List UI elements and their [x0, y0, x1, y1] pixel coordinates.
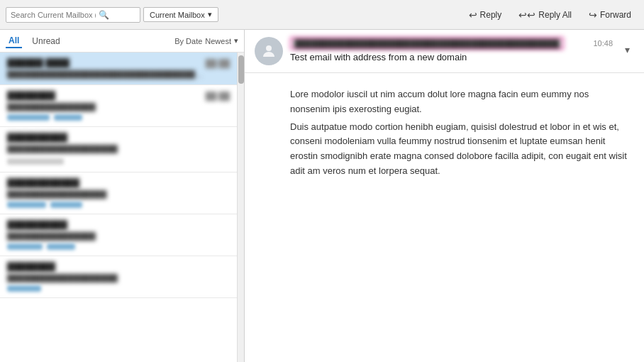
search-icon: 🔍: [99, 10, 109, 20]
mailbox-label: Current Mailbox: [150, 11, 205, 19]
email-sender: ████████████: [7, 178, 79, 188]
reply-icon: ↩: [469, 9, 477, 21]
right-panel: ████████████████████████████████████████…: [245, 30, 644, 362]
email-sender: ██████ ████: [7, 58, 70, 68]
avatar: [255, 37, 283, 65]
filter-sort[interactable]: By Date Newest ▾: [174, 36, 238, 45]
list-item[interactable]: ████████ ████████████████████: [0, 256, 237, 298]
list-item[interactable]: ██████████ ████████████████████: [0, 127, 237, 172]
list-item[interactable]: ████████ ██:██ ████████████████: [0, 85, 237, 127]
forward-icon: ↪: [589, 9, 597, 21]
email-subject: ████████████████████████████████████: [7, 70, 206, 79]
list-item[interactable]: ██████████ ████████████████: [0, 214, 237, 256]
email-list: ██████ ████ ██:██ ██████████████████████…: [0, 53, 237, 362]
email-subject: ██████████████████: [7, 190, 206, 199]
email-body-paragraph-2: Duis autpatue modo cortion henibh eugiam…: [290, 120, 630, 179]
email-sender: ██████████: [7, 220, 67, 230]
email-tag: [7, 114, 50, 121]
email-subject: ████████████████: [7, 103, 206, 111]
email-subject: ████████████████████: [7, 145, 206, 153]
scrollbar-thumb[interactable]: [238, 55, 244, 84]
list-item[interactable]: ██████ ████ ██:██ ██████████████████████…: [0, 53, 237, 85]
chevron-down-icon: ▾: [234, 36, 238, 45]
email-tag: [54, 114, 82, 121]
email-subject: ████████████████████: [7, 274, 206, 283]
email-tag: [50, 202, 82, 208]
reply-all-label: Reply All: [538, 10, 572, 20]
forward-button[interactable]: ↪ Forward: [582, 6, 638, 23]
email-sender: ████████: [7, 262, 55, 272]
email-subject-line: Test email with address from a new domai…: [290, 52, 613, 62]
email-from-address: ████████████████████████████████████████…: [290, 37, 564, 50]
email-sender: ██████████: [7, 133, 67, 143]
email-list-wrapper: ██████ ████ ██:██ ██████████████████████…: [0, 53, 244, 362]
svg-point-0: [266, 45, 272, 51]
email-sender: ████████: [7, 91, 55, 101]
email-view-header: ████████████████████████████████████████…: [245, 30, 644, 73]
search-bar[interactable]: 🔍: [6, 7, 140, 23]
sort-direction-label: Newest: [205, 37, 231, 45]
email-time: ██:██: [206, 92, 230, 100]
list-item[interactable]: ████████████ ██████████████████: [0, 172, 237, 214]
filter-unread-tab[interactable]: Unread: [29, 35, 62, 48]
main-layout: All Unread By Date Newest ▾ ██████ ████ …: [0, 30, 644, 362]
email-from-row: ████████████████████████████████████████…: [290, 37, 613, 50]
search-input[interactable]: [11, 11, 96, 19]
reply-button[interactable]: ↩ Reply: [462, 6, 509, 23]
chevron-down-icon: ▾: [208, 10, 212, 19]
expand-button[interactable]: ▾: [620, 43, 634, 57]
email-meta: ████████████████████████████████████████…: [290, 37, 613, 62]
by-date-label: By Date: [174, 37, 202, 45]
filter-bar: All Unread By Date Newest ▾: [0, 30, 244, 53]
email-tag: [7, 202, 46, 208]
mailbox-dropdown[interactable]: Current Mailbox ▾: [143, 7, 218, 22]
forward-label: Forward: [600, 10, 631, 20]
email-tag: [7, 285, 41, 292]
left-panel: All Unread By Date Newest ▾ ██████ ████ …: [0, 30, 245, 362]
email-preview-bar: [7, 158, 64, 165]
email-time: ██:██: [206, 59, 230, 67]
reply-label: Reply: [480, 10, 502, 20]
reply-all-button[interactable]: ↩↩ Reply All: [511, 6, 579, 23]
filter-all-tab[interactable]: All: [6, 34, 22, 48]
toolbar: 🔍 Current Mailbox ▾ ↩ Reply ↩↩ Reply All…: [0, 0, 644, 30]
email-tag: [7, 243, 43, 250]
email-body-paragraph-1: Lore modolor iuscil ut nim accum dolut l…: [290, 87, 630, 117]
email-tag: [47, 243, 75, 250]
email-body: Lore modolor iuscil ut nim accum dolut l…: [245, 73, 644, 362]
reply-all-icon: ↩↩: [518, 9, 535, 21]
scrollbar-track: [237, 53, 244, 362]
email-view-time: 10:48: [593, 39, 613, 48]
email-subject: ████████████████: [7, 232, 206, 241]
